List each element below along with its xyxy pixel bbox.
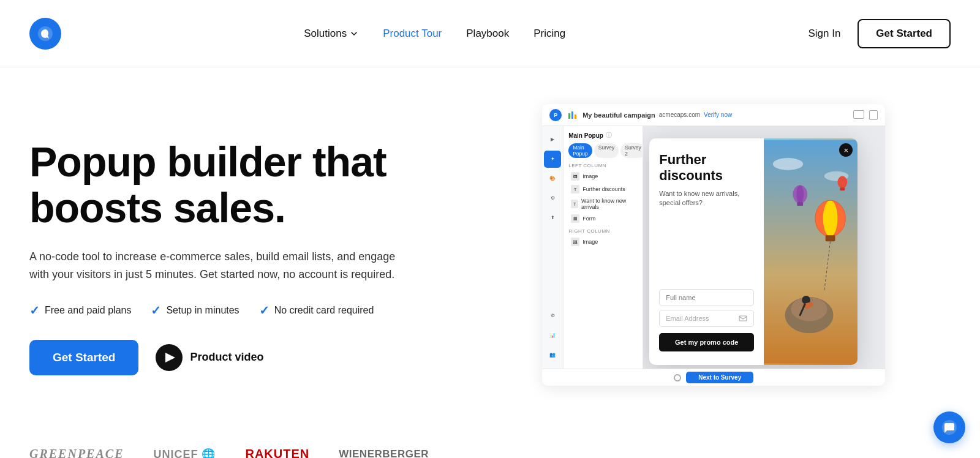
editor-bottom-bar: Next to Survey [542, 369, 885, 386]
svg-rect-2 [571, 111, 573, 119]
hero-section: Popup builder that boosts sales. A no-co… [0, 67, 980, 435]
svg-rect-14 [797, 202, 803, 206]
chevron-down-icon [350, 29, 358, 38]
logo-rakuten: Rakuten [245, 447, 309, 458]
get-started-nav-button[interactable]: Get Started [858, 19, 951, 48]
sidebar-settings[interactable]: ⚙ [544, 307, 561, 325]
play-icon [156, 344, 183, 371]
sign-in-link[interactable]: Sign In [808, 28, 840, 40]
editor-logo: P [549, 109, 562, 121]
panel-item-form[interactable]: ▦ Form [568, 212, 638, 225]
sidebar-playback[interactable]: ▶ [544, 131, 561, 148]
check-setup: ✓ Setup in minutes [151, 303, 239, 318]
checkmark-icon: ✓ [151, 303, 161, 318]
editor-sidebar: ▶ ✦ 🎨 ⚙ ⬆ [542, 126, 564, 369]
get-started-hero-button[interactable]: Get Started [29, 340, 138, 375]
hero-headline: Popup builder that boosts sales. [29, 139, 458, 231]
nav-right: Sign In Get Started [808, 19, 951, 48]
text-icon2: T [571, 200, 578, 208]
tab-row: Main Popup Survey Survey 2 [568, 143, 638, 158]
nav-pricing[interactable]: Pricing [533, 28, 565, 39]
checkmark-icon: ✓ [259, 303, 270, 318]
editor-mockup: P My beautiful campaign acmecaps.com Ver… [542, 104, 885, 386]
form-icon: ▦ [571, 214, 579, 223]
logo-wienerberger: wienerberger [339, 448, 429, 459]
editor-body: ▶ ✦ 🎨 ⚙ ⬆ [542, 126, 885, 369]
svg-point-15 [838, 176, 848, 189]
editor-canvas: × Further discounts Want to know new arr… [643, 126, 885, 369]
tab-survey[interactable]: Survey [594, 143, 619, 158]
logo-unicef: unicef 🌐 [153, 448, 216, 459]
checkmark-icon: ✓ [29, 303, 40, 318]
step-indicator [674, 374, 681, 381]
panel-item-image[interactable]: 🖼 Image [568, 170, 638, 182]
image-icon2: 🖼 [571, 238, 579, 246]
hero-actions: Get Started Product video [29, 340, 458, 375]
sidebar-publish[interactable]: ⬆ [544, 209, 561, 227]
next-survey-button[interactable]: Next to Survey [686, 372, 753, 383]
nav-solutions[interactable]: Solutions [304, 28, 358, 40]
hero-left: Popup builder that boosts sales. A no-co… [29, 139, 458, 375]
svg-rect-4 [739, 316, 747, 321]
logo[interactable] [29, 18, 61, 50]
campaign-bar: My beautiful campaign acmecaps.com Verif… [568, 111, 732, 119]
check-free-plans: ✓ Free and paid plans [29, 303, 131, 318]
check-no-cc: ✓ No credit card required [259, 303, 374, 318]
svg-rect-1 [568, 113, 570, 119]
chart-icon [568, 111, 579, 119]
domain-text: acmecaps.com [659, 111, 700, 118]
hero-subtext: A no-code tool to increase e-commerce sa… [29, 248, 397, 283]
panel-item-image-right[interactable]: 🖼 Image [568, 236, 638, 248]
verify-link[interactable]: Verify now [704, 111, 732, 118]
hero-right-mockup: P My beautiful campaign acmecaps.com Ver… [536, 98, 951, 416]
left-column-label: LEFT COLUMN [568, 163, 638, 168]
email-icon [739, 314, 747, 323]
popup-subtext: Want to know new arrivals, special offer… [659, 189, 754, 208]
chat-bubble-button[interactable] [933, 411, 965, 443]
popup-left-content: Further discounts Want to know new arriv… [649, 138, 764, 365]
sidebar-customize[interactable]: ✦ [544, 151, 561, 168]
product-video-label: Product video [190, 351, 263, 364]
check-no-cc-label: No credit card required [274, 305, 374, 316]
sidebar-style[interactable]: 🎨 [544, 170, 561, 187]
check-setup-label: Setup in minutes [166, 305, 239, 316]
panel-item-arrivals[interactable]: T Want to know new arrivals [568, 196, 638, 212]
popup-email-row: Email Address [659, 310, 754, 327]
popup-fullname-input[interactable] [659, 289, 754, 306]
logos-bar: GREENPEACE unicef 🌐 Rakuten wienerberger [0, 435, 980, 458]
check-free-plans-label: Free and paid plans [45, 305, 131, 316]
tab-main-popup[interactable]: Main Popup [568, 143, 592, 158]
panel-title: Main Popup ⓘ [568, 131, 638, 140]
campaign-name: My beautiful campaign [582, 111, 655, 119]
image-icon: 🖼 [571, 172, 579, 181]
right-column-label: RIGHT COLUMN [568, 228, 638, 234]
logo-greenpeace: GREENPEACE [29, 447, 124, 458]
svg-point-6 [773, 158, 803, 170]
popup-heading: Further discounts [659, 152, 754, 184]
svg-rect-16 [840, 187, 845, 190]
balloon-scene [764, 138, 858, 365]
editor-icons [853, 110, 878, 120]
popup-cta-button[interactable]: Get my promo code [659, 333, 754, 351]
sidebar-segment[interactable]: ⚙ [544, 190, 561, 207]
tab-survey2[interactable]: Survey 2 [620, 143, 645, 158]
popup-right-image [764, 138, 858, 365]
mobile-icon [869, 110, 878, 120]
play-triangle-icon [165, 353, 175, 362]
editor-topbar: P My beautiful campaign acmecaps.com Ver… [542, 104, 885, 126]
svg-point-9 [823, 200, 838, 236]
nav-links: Solutions Product Tour Playbook Pricing [304, 28, 565, 40]
desktop-icon [853, 110, 864, 119]
text-icon: T [571, 185, 579, 193]
editor-panel: Main Popup ⓘ Main Popup Survey Survey 2 … [564, 126, 643, 369]
panel-item-further-discounts[interactable]: T Further discounts [568, 183, 638, 195]
svg-rect-11 [826, 235, 835, 241]
navigation: Solutions Product Tour Playbook Pricing … [0, 0, 980, 67]
sidebar-analytics[interactable]: 📊 [544, 327, 561, 344]
nav-product-tour[interactable]: Product Tour [383, 28, 442, 39]
svg-point-13 [797, 185, 804, 203]
product-video-link[interactable]: Product video [156, 344, 263, 371]
nav-playbook[interactable]: Playbook [466, 28, 509, 39]
sidebar-leads[interactable]: 👥 [544, 347, 561, 364]
mockup-container: P My beautiful campaign acmecaps.com Ver… [536, 98, 951, 416]
